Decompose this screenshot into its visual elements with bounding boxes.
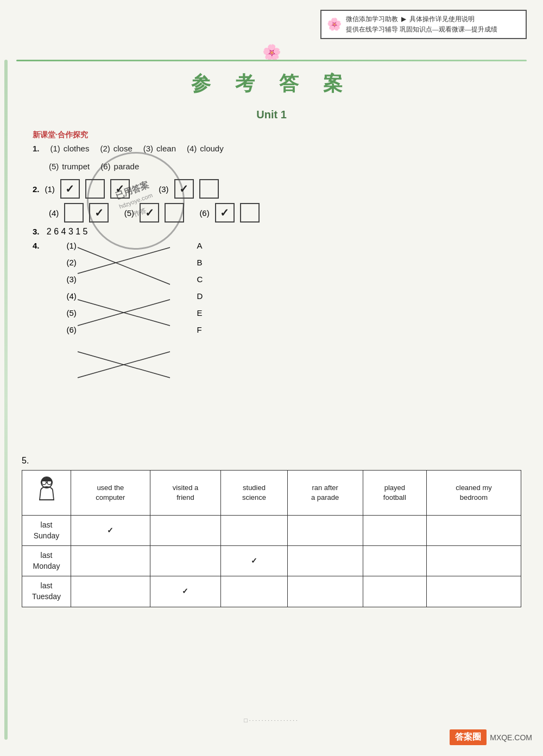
watermark-box: 答案圈: [450, 729, 487, 745]
q2-1-box1: ✓: [60, 179, 80, 199]
q4-left-2: (2): [67, 258, 77, 267]
q2-3-box1: ✓: [174, 179, 194, 199]
svg-line-10: [41, 482, 42, 482]
q2-6-box1: ✓: [215, 203, 235, 223]
day-sunday: lastSunday: [22, 516, 71, 546]
q4-right-C: C: [197, 275, 203, 284]
table-header-col3: studiedscience: [221, 471, 287, 516]
table-header-row: used thecomputer visited afriend studied…: [22, 471, 521, 516]
tuesday-col2: ✓: [150, 576, 221, 607]
banner-arrow: ▶: [401, 14, 406, 24]
decorative-bar: [4, 60, 8, 740]
q4-right-D: D: [197, 291, 203, 301]
tuesday-col6: [427, 576, 521, 607]
monday-col4: [287, 546, 363, 576]
question-3: 3. 2 6 4 3 1 5: [33, 227, 521, 237]
main-title: 参 考 答 案: [0, 71, 543, 97]
q2-1-box3: ✓: [110, 179, 130, 199]
sunday-col6: [427, 516, 521, 546]
table-header-col5: playedfootball: [363, 471, 426, 516]
q1-item-5: (5) trumpet: [49, 159, 90, 174]
tuesday-col3: [221, 576, 287, 607]
bottom-dots: □················: [244, 717, 299, 723]
q1-row1: 1. (1) clothes (2) close (3) clean (4) c…: [33, 141, 521, 156]
q5-label: 5.: [22, 456, 521, 466]
q1-item-2: (2) close: [100, 141, 132, 156]
q1-item-1: (1) clothes: [50, 141, 90, 156]
page: 🌸 微信添加学习助教 ▶ 具体操作详见使用说明 提供在线学习辅导 巩固知识点—观…: [0, 0, 543, 756]
watermark-url: MXQE.COM: [490, 733, 532, 742]
sunday-col2: [150, 516, 221, 546]
question-5-section: 5.: [22, 456, 521, 607]
q4-left-1: (1): [67, 241, 77, 250]
svg-line-1: [78, 247, 170, 274]
q2-1-box2: [85, 179, 105, 199]
svg-line-0: [78, 247, 170, 284]
question-1: 1. (1) clothes (2) close (3) clean (4) c…: [33, 141, 521, 174]
content-area: 1. (1) clothes (2) close (3) clean (4) c…: [33, 141, 521, 408]
q2-4-box2: ✓: [89, 203, 109, 223]
q3-sequence: 2 6 4 3 1 5: [47, 227, 88, 236]
top-banner: 🌸 微信添加学习助教 ▶ 具体操作详见使用说明 提供在线学习辅导 巩固知识点—观…: [320, 10, 527, 39]
table-header-col6: cleaned mybedroom: [427, 471, 521, 516]
banner-icon: 🌸: [327, 17, 342, 31]
tuesday-col1: [71, 576, 150, 607]
q4-right-F: F: [197, 325, 203, 334]
monday-col1: [71, 546, 150, 576]
green-divider-top: [16, 60, 527, 61]
q1-item-3: (3) clean: [143, 141, 176, 156]
svg-line-11: [52, 482, 53, 482]
table-row-tuesday: lastTuesday ✓: [22, 576, 521, 607]
tuesday-col5: [363, 576, 426, 607]
q4-right-A: A: [197, 241, 203, 250]
table-header-col2: visited afriend: [150, 471, 221, 516]
q2-label: 2.: [33, 185, 40, 194]
q4-left: (1) (2) (3) (4) (5) (6): [67, 241, 77, 334]
sunday-col4: [287, 516, 363, 546]
sunday-col1: ✓: [71, 516, 150, 546]
q2-5-box2: [165, 203, 184, 223]
q2-row1: 2. (1) ✓ ✓ (3) ✓: [33, 179, 521, 199]
q1-item-6: (6) parade: [100, 159, 139, 174]
monday-col2: [150, 546, 221, 576]
monday-col6: [427, 546, 521, 576]
table-header-col1: used thecomputer: [71, 471, 150, 516]
question-4: 4. (1) (2) (3) (4) (5): [33, 241, 521, 403]
banner-line2: 提供在线学习辅导 巩固知识点—观看微课—提升成绩: [346, 24, 497, 35]
q2-3-box2: [199, 179, 219, 199]
q2-6-box2: [240, 203, 260, 223]
banner-text: 微信添加学习助教 ▶ 具体操作详见使用说明 提供在线学习辅导 巩固知识点—观看微…: [346, 14, 497, 35]
q2-4-box1: [64, 203, 84, 223]
day-monday: lastMonday: [22, 546, 71, 576]
q2-5-box1: ✓: [140, 203, 159, 223]
banner-line1-main: 微信添加学习助教: [346, 14, 398, 24]
q4-right: A B C D E F: [197, 241, 203, 334]
q4-right-B: B: [197, 258, 203, 267]
table-header-icon: [22, 471, 71, 516]
q1-row2: (5) trumpet (6) parade: [33, 159, 521, 174]
student-icon: [33, 475, 60, 505]
question-2: 2. (1) ✓ ✓ (3) ✓ (4) ✓ (5) ✓: [33, 179, 521, 223]
tuesday-col4: [287, 576, 363, 607]
q4-left-5: (5): [67, 308, 77, 317]
q4-left-3: (3): [67, 275, 77, 284]
unit-title: Unit 1: [0, 109, 543, 121]
section-label: 新课堂·合作探究: [33, 130, 88, 140]
day-tuesday: lastTuesday: [22, 576, 71, 607]
monday-col3: ✓: [221, 546, 287, 576]
q4-left-4: (4): [67, 291, 77, 301]
sunday-col5: [363, 516, 426, 546]
q1-label: 1.: [33, 141, 40, 156]
bottom-watermark: 答案圈 MXQE.COM: [450, 729, 532, 745]
q4-left-6: (6): [67, 325, 77, 334]
table-header-col4: ran aftera parade: [287, 471, 363, 516]
banner-line1-detail: 具体操作详见使用说明: [409, 14, 475, 24]
q1-item-4: (4) cloudy: [187, 141, 224, 156]
q2-row2: (4) ✓ (5) ✓ (6) ✓: [33, 203, 521, 223]
monday-col5: [363, 546, 426, 576]
q5-table: used thecomputer visited afriend studied…: [22, 470, 521, 607]
sunday-col3: [221, 516, 287, 546]
flower-decoration: 🌸: [262, 43, 281, 61]
table-row-monday: lastMonday ✓: [22, 546, 521, 576]
q4-right-E: E: [197, 308, 203, 317]
